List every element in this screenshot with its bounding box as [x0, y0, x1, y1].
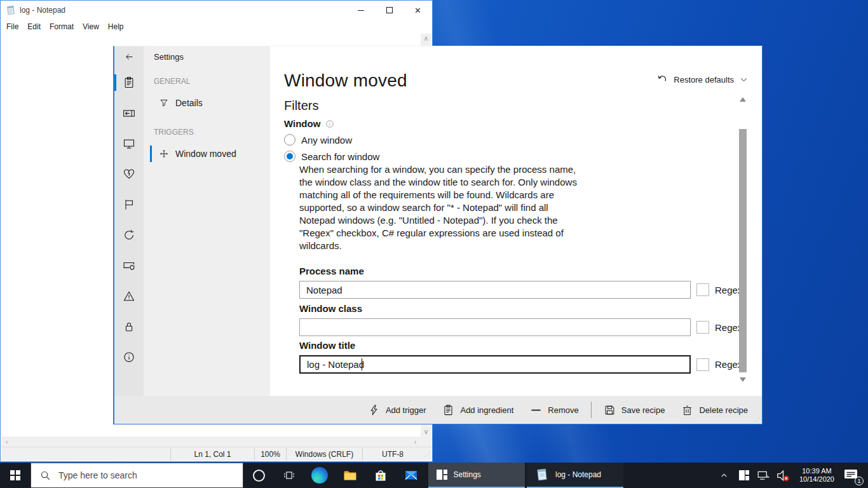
taskbar-clock[interactable]: 10:39 AM 10/14/2020 [796, 467, 838, 484]
radio-label: Any window [301, 135, 352, 146]
volume-button[interactable] [776, 468, 791, 483]
lock-icon [123, 320, 135, 333]
sidebar-item-flag[interactable] [114, 189, 144, 220]
window-group-text: Window [284, 118, 320, 129]
scroll-down-arrow[interactable] [740, 377, 746, 382]
scroll-up-arrow[interactable]: ∧ [421, 34, 431, 43]
back-button[interactable] [114, 46, 144, 67]
info-tooltip-icon[interactable] [325, 119, 334, 128]
notification-badge: 1 [855, 477, 864, 485]
sidebar-item-warnings[interactable] [114, 281, 144, 311]
save-recipe-button[interactable]: Save recipe [595, 396, 674, 424]
store-button[interactable] [365, 463, 396, 488]
scrollbar-thumb[interactable] [739, 129, 747, 372]
menu-view[interactable]: View [78, 21, 104, 32]
trash-icon [681, 404, 693, 416]
sidebar-item-card[interactable] [114, 98, 144, 128]
taskbar-app-notepad[interactable]: log - Notepad [527, 463, 623, 488]
window-class-input[interactable] [299, 318, 691, 336]
start-button[interactable] [0, 463, 31, 488]
hidden-icons-button[interactable] [717, 471, 732, 480]
scroll-left-arrow[interactable]: ‹ [1, 437, 12, 447]
sidebar-item-display[interactable] [114, 128, 144, 159]
network-button[interactable] [756, 469, 771, 482]
funnel-icon [159, 98, 169, 108]
notepad-title: log - Notepad [20, 6, 346, 15]
notepad-maximize-button[interactable] [375, 1, 403, 20]
notepad-titlebar[interactable]: log - Notepad ✕ [1, 1, 432, 20]
menu-file[interactable]: File [2, 21, 23, 32]
settings-content: Window moved Restore defaults Filters Wi… [270, 46, 762, 396]
radio-circle[interactable] [284, 134, 295, 146]
add-ingredient-button[interactable]: Add ingredient [434, 396, 522, 424]
tray-app-button[interactable] [736, 470, 752, 480]
notepad-minimize-button[interactable] [346, 1, 375, 20]
taskbar-app-settings[interactable]: Settings [428, 463, 525, 488]
sidebar-item-about[interactable] [114, 342, 144, 372]
sidebar-item-restart[interactable] [114, 220, 144, 250]
content-scrollbar[interactable] [739, 97, 747, 382]
menu-edit[interactable]: Edit [23, 21, 45, 32]
sidebar-item-window-security[interactable] [114, 250, 144, 281]
notepad-horizontal-scrollbar[interactable]: ‹ › [1, 437, 421, 447]
action-center-button[interactable]: 1 [843, 467, 862, 484]
nav-item-details[interactable]: Details [144, 92, 270, 114]
file-explorer-button[interactable] [335, 463, 365, 488]
minus-icon [530, 404, 542, 416]
radio-any-window[interactable]: Any window [284, 134, 352, 146]
delete-recipe-button[interactable]: Delete recipe [673, 396, 756, 424]
nav-item-window-moved[interactable]: Window moved [144, 143, 270, 165]
process-name-input-wrap [299, 281, 691, 299]
radio-label: Search for window [301, 151, 379, 162]
window-title-input[interactable] [299, 355, 691, 374]
menu-help[interactable]: Help [104, 21, 128, 32]
search-icon [40, 470, 51, 481]
restore-defaults-button[interactable]: Restore defaults [656, 74, 748, 85]
regex-checkbox-process[interactable] [696, 283, 709, 296]
radio-circle-selected[interactable] [284, 151, 295, 162]
taskbar-search-box[interactable]: Type here to search [31, 463, 243, 488]
info-icon [123, 351, 135, 363]
lightning-icon [368, 404, 380, 416]
store-icon [373, 468, 388, 483]
text-caret [362, 358, 362, 370]
edge-button[interactable] [304, 463, 335, 488]
clock-time: 10:39 AM [799, 467, 834, 475]
status-empty [1, 447, 170, 461]
edge-icon [311, 467, 328, 484]
process-name-input[interactable] [299, 281, 691, 299]
scroll-up-arrow[interactable] [740, 97, 746, 102]
notepad-close-button[interactable]: ✕ [403, 1, 432, 20]
menu-format[interactable]: Format [45, 21, 78, 32]
taskbar: Type here to search Settings log - Notep… [0, 463, 868, 488]
add-ingredient-label: Add ingredient [460, 405, 513, 415]
task-view-button[interactable] [274, 463, 304, 488]
recipe-toolbar: Add trigger Add ingredient Remove Save r… [114, 396, 762, 424]
remove-button[interactable]: Remove [522, 396, 587, 424]
resize-grip[interactable]: ⋰ [755, 416, 761, 423]
sidebar-item-health[interactable] [114, 159, 144, 189]
scrollbar-corner [421, 437, 431, 447]
add-trigger-label: Add trigger [386, 405, 426, 415]
broken-heart-icon [123, 168, 135, 180]
mail-button[interactable] [396, 463, 426, 488]
settings-window: Settings GENERAL Details TRIGGERS Window… [113, 46, 763, 424]
radio-search-for-window[interactable]: Search for window [284, 151, 379, 162]
flag-icon [123, 198, 135, 211]
sidebar-item-recipes[interactable] [114, 67, 144, 98]
windows-logo-icon [10, 470, 20, 480]
add-trigger-button[interactable]: Add trigger [360, 396, 435, 424]
clock-date: 10/14/2020 [799, 475, 834, 484]
regex-checkbox-title[interactable] [696, 358, 709, 371]
scroll-down-arrow[interactable]: ∨ [421, 427, 431, 437]
cortana-button[interactable] [243, 463, 274, 488]
regex-label: Regex [715, 322, 742, 333]
cortana-icon [253, 470, 265, 482]
scroll-right-arrow[interactable]: › [410, 437, 421, 447]
sidebar-item-security[interactable] [114, 311, 144, 342]
window-group-label: Window [284, 118, 334, 129]
settings-nav: Settings GENERAL Details TRIGGERS Window… [144, 46, 270, 396]
task-view-icon [283, 469, 295, 482]
selection-accent-bar [150, 146, 152, 162]
regex-checkbox-class[interactable] [696, 321, 709, 334]
